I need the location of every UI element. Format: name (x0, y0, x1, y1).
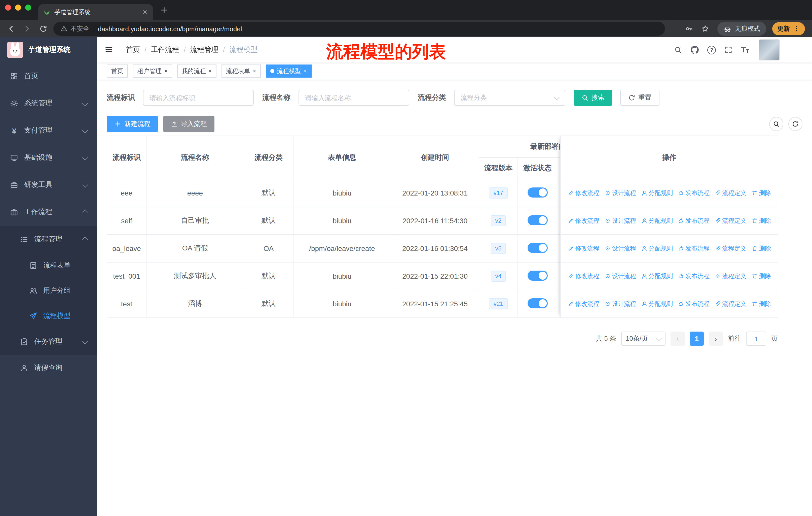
active-toggle[interactable] (527, 215, 547, 225)
form-info-link[interactable]: biubiu (293, 262, 391, 290)
form-info-link[interactable]: biubiu (293, 179, 391, 207)
close-icon[interactable]: × (303, 68, 307, 74)
breadcrumb-process-management[interactable]: 流程管理 (190, 45, 219, 54)
close-icon[interactable]: × (253, 68, 256, 74)
design-process-link[interactable]: 设计流程 (604, 189, 636, 197)
help-icon[interactable]: ? (707, 46, 716, 54)
goto-page-input[interactable] (746, 332, 766, 346)
sidebar-item-infrastructure[interactable]: 基础设施 (0, 144, 97, 171)
sidebar-item-user-group[interactable]: 用户分组 (0, 278, 97, 303)
process-definition-link[interactable]: 流程定义 (715, 244, 746, 253)
process-definition-link[interactable]: 流程定义 (715, 272, 746, 280)
assign-rule-link[interactable]: 分配规则 (641, 216, 673, 225)
new-tab-icon[interactable] (160, 6, 168, 14)
process-id-input[interactable] (143, 90, 254, 106)
process-name-link[interactable]: 测试多审批人 (146, 262, 244, 290)
sidebar-item-workflow[interactable]: 工作流程 (0, 198, 97, 226)
delete-link[interactable]: 删除 (751, 272, 771, 280)
window-close-button[interactable] (5, 4, 11, 10)
form-info-link[interactable]: biubiu (293, 207, 391, 235)
browser-tab[interactable]: 芋道管理系统 (38, 4, 153, 20)
page-number-button[interactable]: 1 (690, 332, 704, 346)
process-name-link[interactable]: 自己审批 (146, 207, 244, 235)
fullscreen-icon[interactable] (724, 46, 732, 54)
tag-process-form[interactable]: 流程表单 × (222, 64, 261, 78)
process-name-input[interactable] (298, 90, 409, 106)
back-icon[interactable] (7, 25, 15, 33)
refresh-table-button[interactable] (788, 117, 803, 131)
sidebar-item-process-form[interactable]: 流程表单 (0, 253, 97, 278)
modify-process-link[interactable]: 修改流程 (568, 244, 599, 253)
publish-process-link[interactable]: 发布流程 (678, 272, 709, 280)
tag-home[interactable]: 首页 (107, 64, 128, 78)
sidebar-item-system[interactable]: 系统管理 (0, 90, 97, 117)
sidebar-item-leave-query[interactable]: 请假查询 (0, 355, 97, 381)
assign-rule-link[interactable]: 分配规则 (641, 300, 673, 308)
sidebar-item-process-management[interactable]: 流程管理 (0, 226, 97, 253)
toggle-search-button[interactable] (769, 117, 783, 131)
active-toggle[interactable] (527, 270, 547, 280)
tab-close-icon[interactable] (142, 9, 148, 15)
bookmark-star-icon[interactable] (701, 25, 709, 33)
process-definition-link[interactable]: 流程定义 (715, 300, 746, 308)
create-process-button[interactable]: 新建流程 (107, 116, 158, 132)
window-zoom-button[interactable] (25, 4, 31, 10)
design-process-link[interactable]: 设计流程 (604, 244, 636, 253)
font-size-icon[interactable]: TT (741, 46, 749, 54)
forward-icon[interactable] (23, 25, 31, 33)
avatar[interactable] (759, 39, 780, 60)
close-icon[interactable]: × (164, 68, 168, 74)
assign-rule-link[interactable]: 分配规则 (641, 189, 673, 197)
breadcrumb-home[interactable]: 首页 (126, 45, 140, 54)
sidebar-item-home[interactable]: 首页 (0, 62, 97, 90)
import-process-button[interactable]: 导入流程 (163, 116, 214, 132)
reset-button[interactable]: 重置 (620, 90, 660, 106)
active-toggle[interactable] (527, 243, 547, 253)
design-process-link[interactable]: 设计流程 (604, 216, 636, 225)
delete-link[interactable]: 删除 (751, 300, 771, 308)
version-badge[interactable]: v5 (491, 243, 506, 254)
publish-process-link[interactable]: 发布流程 (678, 189, 709, 197)
sidebar-item-process-model[interactable]: 流程模型 (0, 303, 97, 329)
publish-process-link[interactable]: 发布流程 (678, 300, 709, 308)
page-size-select[interactable]: 10条/页 (621, 332, 666, 346)
breadcrumb-workflow[interactable]: 工作流程 (151, 45, 179, 54)
version-badge[interactable]: v17 (489, 187, 508, 199)
process-definition-link[interactable]: 流程定义 (715, 189, 746, 197)
hamburger-icon[interactable] (105, 45, 113, 53)
search-button[interactable]: 搜索 (574, 90, 612, 106)
design-process-link[interactable]: 设计流程 (604, 300, 636, 308)
modify-process-link[interactable]: 修改流程 (568, 300, 599, 308)
window-minimize-button[interactable] (15, 4, 21, 10)
version-badge[interactable]: v21 (489, 298, 508, 310)
modify-process-link[interactable]: 修改流程 (568, 272, 599, 280)
process-definition-link[interactable]: 流程定义 (715, 216, 746, 225)
process-name-link[interactable]: OA 请假 (146, 235, 244, 262)
tag-process-model[interactable]: 流程模型 × (266, 64, 312, 78)
publish-process-link[interactable]: 发布流程 (678, 244, 709, 253)
close-icon[interactable]: × (208, 68, 212, 74)
sidebar-item-task-management[interactable]: 任务管理 (0, 329, 97, 355)
assign-rule-link[interactable]: 分配规则 (641, 244, 673, 253)
update-button[interactable]: 更新 (772, 22, 805, 35)
sidebar-logo[interactable]: 芋道管理系统 (0, 37, 97, 62)
address-bar[interactable]: 不安全 dashboard.yudao.iocoder.cn/bpm/manag… (53, 22, 665, 36)
next-page-button[interactable]: › (709, 332, 723, 346)
security-chip[interactable]: 不安全 (60, 24, 89, 33)
delete-link[interactable]: 删除 (751, 216, 771, 225)
tag-tenant[interactable]: 租户管理 × (133, 64, 172, 78)
form-info-link[interactable]: /bpm/oa/leave/create (293, 235, 391, 262)
reload-icon[interactable] (39, 25, 47, 33)
sidebar-item-payment[interactable]: ¥ 支付管理 (0, 117, 97, 144)
password-key-icon[interactable] (685, 25, 693, 33)
process-name-link[interactable]: 滔博 (146, 290, 244, 318)
modify-process-link[interactable]: 修改流程 (568, 189, 599, 197)
sidebar-item-devtools[interactable]: 研发工具 (0, 171, 97, 198)
active-toggle[interactable] (527, 298, 547, 308)
form-info-link[interactable]: biubiu (293, 290, 391, 318)
prev-page-button[interactable]: ‹ (671, 332, 685, 346)
process-name-link[interactable]: eeee (146, 179, 244, 207)
assign-rule-link[interactable]: 分配规则 (641, 272, 673, 280)
active-toggle[interactable] (527, 187, 547, 197)
browser-menu-icon[interactable] (793, 25, 800, 32)
